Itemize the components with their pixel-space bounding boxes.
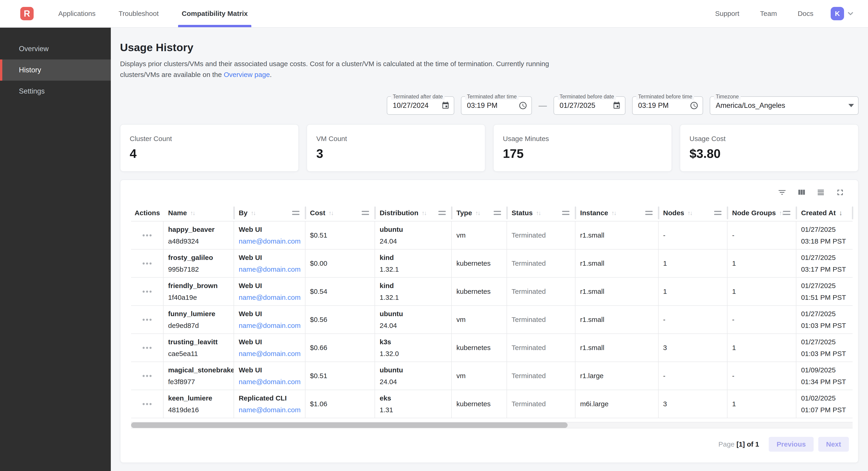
column-menu-icon[interactable] [438,211,446,215]
column-header-status[interactable]: Status↑↓ [507,205,576,221]
scrollbar-thumb[interactable] [131,422,568,428]
row-actions-button[interactable] [143,262,152,265]
horizontal-scrollbar[interactable] [131,422,852,429]
cell-line2: 1f40a19e [168,293,234,302]
next-button[interactable]: Next [818,437,849,452]
user-menu[interactable]: K [831,7,855,20]
email-link[interactable]: name@domain.com [239,293,305,302]
email-link[interactable]: name@domain.com [239,265,305,273]
previous-button[interactable]: Previous [769,437,814,452]
column-label: By [239,209,247,217]
column-menu-icon[interactable] [645,211,653,215]
tab-troubleshoot[interactable]: Troubleshoot [119,0,159,27]
density-icon[interactable] [816,188,826,197]
type-value: vm [456,372,506,380]
column-menu-icon[interactable] [714,211,721,215]
cell-name: happy_beavera48d9324 [163,222,234,249]
terminated-after-time-value[interactable]: 03:19 PM [467,101,498,110]
column-menu-icon[interactable] [362,211,369,215]
row-actions-button[interactable] [143,234,152,236]
app-logo[interactable]: R [20,7,34,20]
filter-icon[interactable] [777,188,787,197]
chevron-down-icon[interactable] [846,9,855,18]
page-value: [1] of 1 [737,440,759,448]
email-link[interactable]: name@domain.com [239,406,305,414]
column-header-nodes[interactable]: Nodes↑↓ [659,205,727,221]
terminated-before-date-value[interactable]: 01/27/2025 [560,101,595,110]
cell-actions [131,362,163,390]
cell-by: Web UIname@domain.com [234,362,305,390]
link-team[interactable]: Team [760,0,777,27]
cost-value: $0.51 [310,372,375,380]
cell-instance: r1.small [576,306,658,333]
column-header-type[interactable]: Type↑↓ [452,205,507,221]
cell-line2: a48d9324 [168,237,234,245]
cell-line1: Web UI [239,338,305,346]
cell-line1: k3s [380,338,451,346]
column-header-node_groups[interactable]: Node Groups↑↓ [727,205,796,221]
terminated-before-time-value[interactable]: 03:19 PM [638,101,669,110]
type-value: kubernetes [456,400,506,408]
sidebar-item-history[interactable]: History [0,59,111,81]
column-menu-icon[interactable] [562,211,569,215]
terminated-before-time-field[interactable]: Terminated before time 03:19 PM [632,96,703,115]
calendar-icon[interactable] [613,101,621,110]
column-menu-icon[interactable] [783,211,790,215]
link-docs[interactable]: Docs [798,0,813,27]
column-header-created_at[interactable]: Created At↓ [796,205,852,221]
column-menu-icon[interactable] [292,211,300,215]
pagination: Page [1] of 1 Previous Next [131,437,852,452]
column-header-cost[interactable]: Cost↑↓ [306,205,375,221]
terminated-after-time-field[interactable]: Terminated after time 03:19 PM [461,96,532,115]
calendar-icon[interactable] [441,101,450,110]
cell-actions [131,334,163,361]
cell-distribution: kind1.32.1 [375,249,452,277]
row-actions-button[interactable] [143,291,152,293]
terminated-after-date-value[interactable]: 10/27/2024 [393,101,429,110]
column-menu-icon[interactable] [494,211,501,215]
columns-icon[interactable] [797,188,806,197]
cell-line2: 24.04 [380,378,451,386]
fullscreen-icon[interactable] [836,188,845,197]
sidebar-item-overview[interactable]: Overview [0,38,111,59]
column-header-instance[interactable]: Instance↑↓ [576,205,658,221]
instance-value: r1.small [580,287,658,296]
column-header-by[interactable]: By↑↓ [234,205,305,221]
stats-row: Cluster Count4VM Count3Usage Minutes175U… [120,124,859,172]
avatar[interactable]: K [831,7,844,20]
column-header-distribution[interactable]: Distribution↑↓ [375,205,452,221]
tab-applications[interactable]: Applications [58,0,96,27]
clock-icon[interactable] [690,101,699,110]
row-actions-button[interactable] [143,375,152,377]
cost-value: $1.06 [310,400,375,408]
column-header-actions: Actions [131,205,163,221]
overview-page-link[interactable]: Overview page [224,71,270,78]
cell-distribution: ubuntu24.04 [375,306,452,333]
cell-type: kubernetes [452,278,507,305]
cell-node_groups: - [727,306,796,333]
sort-desc-icon: ↓ [839,209,842,217]
select-caret-icon[interactable] [848,104,854,107]
link-support[interactable]: Support [715,0,739,27]
sidebar-item-settings[interactable]: Settings [0,81,111,102]
cell-nodes: 3 [659,390,727,418]
clock-icon[interactable] [519,101,527,110]
email-link[interactable]: name@domain.com [239,378,305,386]
column-header-name[interactable]: Name↑↓ [163,205,234,221]
page-indicator: Page [1] of 1 [718,440,759,448]
email-link[interactable]: name@domain.com [239,237,305,245]
email-link[interactable]: name@domain.com [239,321,305,330]
cell-line1: Replicated CLI [239,394,305,402]
cell-actions [131,306,163,333]
cell-node_groups: 1 [727,278,796,305]
tab-compatibility-matrix[interactable]: Compatibility Matrix [182,0,248,27]
row-actions-button[interactable] [143,347,152,349]
terminated-after-date-field[interactable]: Terminated after date 10/27/2024 [387,96,454,115]
terminated-before-date-field[interactable]: Terminated before date 01/27/2025 [554,96,625,115]
column-resize-handle[interactable] [852,206,853,219]
row-actions-button[interactable] [143,319,152,321]
timezone-select[interactable]: Timezone America/Los_Angeles [710,96,859,115]
row-actions-button[interactable] [143,403,152,405]
email-link[interactable]: name@domain.com [239,350,305,358]
timezone-value[interactable]: America/Los_Angeles [716,101,785,110]
